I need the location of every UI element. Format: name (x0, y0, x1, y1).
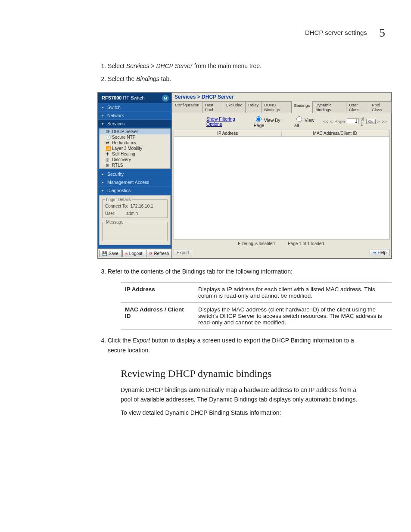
grid-body (174, 137, 389, 240)
show-filtering-link[interactable]: Show Filtering Options (206, 116, 249, 127)
filter-toolbar: Show Filtering Options View By Page View… (172, 113, 391, 130)
section-p2: To view detailed Dynamic DHCP Binding St… (121, 408, 368, 418)
tab-user-class[interactable]: User Class (346, 101, 369, 113)
status-bar: Filtering is disabled Page 1 of 1 loaded… (172, 240, 391, 247)
tree-discovery[interactable]: ◎Discovery (100, 157, 170, 162)
tab-host-pool[interactable]: Host Pool (202, 101, 223, 113)
tree-redundancy[interactable]: ⇄Redundancy (100, 140, 170, 146)
instruction-list-3: Click the Export button to display a scr… (99, 336, 368, 355)
tab-ddns-bindings[interactable]: DDNS Bindings (261, 101, 292, 113)
page-input[interactable] (347, 118, 359, 124)
view-by-page-radio[interactable]: View By Page (254, 115, 290, 128)
breadcrumb: Services > DHCP Server (172, 93, 391, 101)
tab-pool-class[interactable]: Pool Class (369, 101, 392, 113)
tree-secure-ntp[interactable]: 🕑Secure NTP (100, 134, 170, 140)
help-icon: ➔ (373, 250, 376, 255)
save-icon: 💾 (102, 251, 107, 256)
nav-sidebar: RFS7000 RF Switch M Switch Network Servi… (98, 93, 171, 258)
main-panel: Services > DHCP Server Configuration Hos… (171, 93, 391, 258)
refresh-button[interactable]: ⟳Refresh (146, 250, 172, 257)
tab-bindings[interactable]: Bindings (291, 102, 313, 113)
services-tree[interactable]: 🖳DHCP Server 🕑Secure NTP ⇄Redundancy 📶La… (99, 128, 171, 169)
mobility-icon: 📶 (106, 146, 110, 151)
logout-icon: ⎋ (125, 251, 128, 256)
rtls-icon: ⊕ (106, 163, 110, 168)
pager-first[interactable]: << (323, 119, 328, 124)
def-val: Displays the MAC address (client hardwar… (194, 303, 392, 330)
step-3: Refer to the contents of the Bindings ta… (108, 267, 368, 276)
section-heading: Reviewing DHCP dynamic bindings (121, 368, 385, 380)
pager-last[interactable]: >> (382, 119, 387, 124)
tree-l3-mobility[interactable]: 📶Layer 3 Mobility (100, 146, 170, 151)
screenshot-panel: RFS7000 RF Switch M Switch Network Servi… (97, 92, 392, 259)
heal-icon: ✚ (106, 152, 110, 156)
login-details: Login Details Connect To: 172.16.10.1 Us… (99, 195, 171, 245)
pager-next[interactable]: > (377, 119, 380, 124)
discovery-icon: ◎ (106, 157, 110, 162)
sidebar-buttons: 💾Save ⎋Logout ⟳Refresh (98, 249, 171, 258)
pager-prev[interactable]: < (330, 119, 333, 124)
table-row: MAC Address / Client ID Displays the MAC… (121, 303, 392, 330)
page-number: 5 (379, 26, 385, 40)
tab-relay[interactable]: Relay (245, 101, 262, 113)
pager: << < Page of 1 Go > >> (323, 116, 387, 127)
running-header: DHCP server settings 5 (26, 26, 385, 40)
logout-button[interactable]: ⎋Logout (122, 250, 146, 257)
tree-self-healing[interactable]: ✚Self Healing (100, 151, 170, 157)
col-mac-client-id[interactable]: MAC Address/Client ID (282, 130, 389, 137)
header-title: DHCP server settings (305, 29, 367, 36)
def-val: Displays a IP address for each client wi… (194, 283, 392, 303)
tree-dhcp-server[interactable]: 🖳DHCP Server (100, 129, 170, 134)
export-button[interactable]: Export (174, 249, 192, 256)
step-4: Click the Export button to display a scr… (108, 336, 368, 355)
go-button[interactable]: Go (366, 119, 376, 124)
help-button[interactable]: ➔Help (370, 249, 389, 256)
instruction-list: Select Services > DHCP Server from the m… (99, 61, 368, 84)
step-1: Select Services > DHCP Server from the m… (108, 61, 368, 71)
grid-header: IP Address MAC Address/Client ID (174, 130, 389, 137)
tab-configuration[interactable]: Configuration (172, 101, 202, 113)
nav-switch[interactable]: Switch (98, 103, 171, 111)
step-2: Select the Bindings tab. (108, 74, 368, 84)
def-key: IP Address (121, 283, 194, 303)
redundancy-icon: ⇄ (106, 140, 110, 145)
filter-status: Filtering is disabled (238, 241, 275, 246)
section-p1: Dynamic DHCP bindings automatically map … (121, 386, 368, 404)
nav-services[interactable]: Services (98, 119, 171, 128)
nav-diagnostics[interactable]: Diagnostics (98, 186, 171, 194)
tab-excluded[interactable]: Excluded (223, 101, 246, 113)
tab-bar: Configuration Host Pool Excluded Relay D… (172, 101, 391, 113)
refresh-icon: ⟳ (149, 251, 153, 256)
nav-network[interactable]: Network (98, 111, 171, 119)
view-all-radio[interactable]: View all (294, 115, 319, 128)
table-row: IP Address Displays a IP address for eac… (121, 283, 392, 303)
nav-mgmt-access[interactable]: Management Access (98, 178, 171, 186)
def-key: MAC Address / Client ID (121, 303, 194, 330)
motorola-logo-icon: M (162, 95, 169, 102)
main-footer: Export ➔Help (172, 247, 391, 258)
tab-dynamic-bindings[interactable]: Dynamic Bindings (312, 101, 346, 113)
server-icon: 🖳 (106, 129, 110, 134)
col-ip-address[interactable]: IP Address (174, 130, 282, 137)
save-button[interactable]: 💾Save (99, 250, 121, 257)
bindings-grid: IP Address MAC Address/Client ID (174, 130, 389, 240)
tree-rtls[interactable]: ⊕RTLS (100, 162, 170, 168)
nav-security[interactable]: Security (98, 170, 171, 178)
page-status: Page 1 of 1 loaded. (288, 241, 325, 246)
clock-icon: 🕑 (106, 135, 110, 140)
instruction-list-2: Refer to the contents of the Bindings ta… (99, 267, 368, 276)
device-title: RFS7000 RF Switch M (98, 93, 171, 103)
definition-table: IP Address Displays a IP address for eac… (121, 282, 392, 330)
